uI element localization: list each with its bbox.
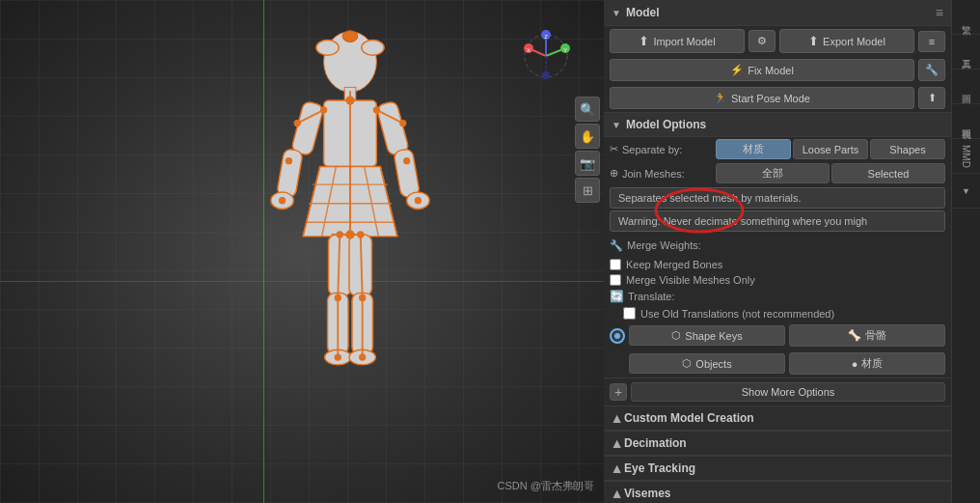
fix-settings-button[interactable]: 🔧 bbox=[918, 59, 945, 81]
translate-row: 🔄 Translate: bbox=[604, 288, 951, 305]
join-icon: ⊕ bbox=[610, 167, 618, 180]
orbit-gizmo[interactable]: Z Y X bbox=[517, 27, 575, 85]
svg-point-26 bbox=[346, 97, 354, 104]
join-all-button[interactable]: 全部 bbox=[716, 163, 830, 183]
visemes-section: ▶ Visemes bbox=[604, 482, 951, 503]
svg-point-36 bbox=[337, 232, 342, 238]
visemes-header[interactable]: ▶ Visemes bbox=[604, 482, 951, 503]
bones-icon: 🦴 bbox=[848, 329, 861, 342]
svg-rect-10 bbox=[394, 149, 421, 199]
svg-point-2 bbox=[316, 41, 339, 56]
pan-tool[interactable]: ✋ bbox=[575, 124, 600, 149]
far-right-sidebar: 繁 工具 圖 視圖 MMD ▼ bbox=[951, 0, 980, 503]
separate-by-row: ✂ Separate by: 材质 Loose Parts Shapes bbox=[604, 137, 951, 161]
zoom-tool[interactable]: 🔍 bbox=[575, 97, 600, 122]
model-options-section: ▼ Model Options ✂ Separate by: 材质 Loose … bbox=[604, 113, 951, 406]
import-model-button[interactable]: ⬆ Import Model bbox=[610, 29, 745, 53]
plus-button[interactable]: + bbox=[610, 383, 627, 401]
right-panel: ▼ Model ≡ ⬆ Import Model ⚙ ⬆ Export Mode… bbox=[604, 0, 980, 503]
pose-settings-button[interactable]: ⬆ bbox=[918, 87, 945, 109]
export-model-button[interactable]: ⬆ Export Model bbox=[779, 29, 914, 53]
join-buttons: 全部 Selected bbox=[716, 163, 945, 183]
decimation-arrow: ▶ bbox=[611, 439, 621, 447]
import-icon: ⬆ bbox=[639, 34, 649, 48]
material-icon: ● bbox=[852, 358, 858, 370]
old-translations-label: Use Old Translations (not recommended) bbox=[640, 308, 834, 320]
all-radio[interactable] bbox=[610, 328, 625, 344]
translate-icon: 🔄 bbox=[610, 290, 624, 303]
old-translations-checkbox[interactable] bbox=[623, 307, 636, 320]
far-right-item-3[interactable]: 圖 bbox=[952, 70, 980, 104]
shape-keys-row: ⬡ Shape Keys 🦴 骨骼 bbox=[604, 321, 951, 349]
old-translations-row: Use Old Translations (not recommended) bbox=[604, 305, 951, 321]
decimation-title: Decimation bbox=[624, 436, 687, 450]
join-selected-button[interactable]: Selected bbox=[831, 163, 945, 183]
grid-tool[interactable]: ⊞ bbox=[575, 178, 600, 203]
svg-point-1 bbox=[342, 31, 358, 42]
import-settings-button[interactable]: ⚙ bbox=[749, 30, 776, 52]
camera-tool[interactable]: 📷 bbox=[575, 151, 600, 176]
far-right-item-2[interactable]: 工具 bbox=[952, 35, 980, 70]
objects-button[interactable]: ⬡ Objects bbox=[629, 353, 785, 374]
svg-rect-6 bbox=[291, 100, 325, 156]
far-right-item-mmd[interactable]: MMD bbox=[952, 139, 980, 174]
model-menu-icon[interactable]: ≡ bbox=[936, 5, 943, 20]
export-icon: ⬆ bbox=[808, 34, 819, 48]
separate-loose-button[interactable]: Loose Parts bbox=[793, 139, 868, 159]
panel-main: ▼ Model ≡ ⬆ Import Model ⚙ ⬆ Export Mode… bbox=[604, 0, 951, 503]
fix-model-button[interactable]: ⚡ Fix Model bbox=[610, 59, 914, 81]
import-export-row: ⬆ Import Model ⚙ ⬆ Export Model ≡ bbox=[604, 26, 951, 56]
custom-model-title: Custom Model Creation bbox=[624, 411, 754, 425]
bones-button[interactable]: 🦴 骨骼 bbox=[789, 324, 945, 347]
join-meshes-row: ⊕ Join Meshes: 全部 Selected bbox=[604, 161, 951, 185]
separate-shapes-button[interactable]: Shapes bbox=[870, 139, 945, 159]
custom-model-header[interactable]: ▶ Custom Model Creation bbox=[604, 406, 951, 431]
tooltip2: Warning: Never decimate something where … bbox=[610, 210, 945, 232]
eye-tracking-title: Eye Tracking bbox=[624, 461, 695, 475]
keep-merged-checkbox[interactable] bbox=[610, 259, 621, 270]
visemes-arrow: ▶ bbox=[611, 489, 621, 497]
far-right-item-1[interactable]: 繁 bbox=[952, 0, 980, 35]
svg-rect-7 bbox=[277, 149, 304, 199]
model-section: ▼ Model ≡ ⬆ Import Model ⚙ ⬆ Export Mode… bbox=[604, 0, 951, 113]
svg-point-31 bbox=[286, 158, 292, 164]
eye-tracking-header[interactable]: ▶ Eye Tracking bbox=[604, 457, 951, 481]
svg-point-3 bbox=[362, 41, 384, 56]
svg-point-33 bbox=[280, 198, 286, 204]
viewport[interactable]: Z Y X 🔍 ✋ 📷 ⊞ CSDN @雷杰弗朗哥 bbox=[0, 0, 604, 503]
merge-visible-checkbox[interactable] bbox=[610, 274, 621, 286]
export-settings-button[interactable]: ≡ bbox=[918, 31, 945, 52]
merge-visible-label: Merge Visible Meshes Only bbox=[626, 274, 755, 286]
svg-point-29 bbox=[294, 121, 300, 126]
visemes-title: Visemes bbox=[624, 487, 671, 500]
svg-rect-9 bbox=[376, 100, 410, 156]
objects-row: ⬡ Objects ● 材质 bbox=[604, 349, 951, 377]
svg-point-40 bbox=[335, 354, 340, 360]
svg-point-37 bbox=[358, 232, 364, 238]
svg-point-28 bbox=[373, 107, 379, 113]
merge-weights-row: 🔧 Merge Weights: bbox=[604, 234, 951, 257]
material-button[interactable]: ● 材质 bbox=[789, 352, 945, 375]
svg-point-32 bbox=[404, 158, 410, 164]
keep-merged-label: Keep Merged Bones bbox=[626, 259, 722, 270]
svg-point-30 bbox=[400, 121, 406, 126]
decimation-header[interactable]: ▶ Decimation bbox=[604, 432, 951, 456]
separate-icon: ✂ bbox=[610, 143, 618, 155]
model-options-header[interactable]: ▼ Model Options bbox=[604, 113, 951, 137]
svg-point-61 bbox=[542, 71, 550, 79]
pose-icon: 🏃 bbox=[714, 92, 727, 104]
svg-point-34 bbox=[415, 198, 421, 204]
shape-keys-button[interactable]: ⬡ Shape Keys bbox=[629, 325, 785, 346]
decimation-section: ▶ Decimation bbox=[604, 432, 951, 457]
far-right-item-4[interactable]: 視圖 bbox=[952, 104, 980, 139]
keep-merged-row: Keep Merged Bones bbox=[604, 257, 951, 272]
objects-icon: ⬡ bbox=[682, 357, 692, 370]
custom-arrow: ▶ bbox=[611, 414, 621, 422]
show-more-button[interactable]: Show More Options bbox=[631, 382, 945, 402]
model-options-title: Model Options bbox=[626, 118, 706, 131]
pose-mode-button[interactable]: 🏃 Start Pose Mode bbox=[610, 87, 914, 109]
shape-keys-icon: ⬡ bbox=[671, 329, 681, 342]
far-right-item-scroll[interactable]: ▼ bbox=[952, 174, 980, 209]
separate-material-button[interactable]: 材质 bbox=[716, 139, 791, 159]
model-section-header[interactable]: ▼ Model ≡ bbox=[604, 0, 951, 26]
